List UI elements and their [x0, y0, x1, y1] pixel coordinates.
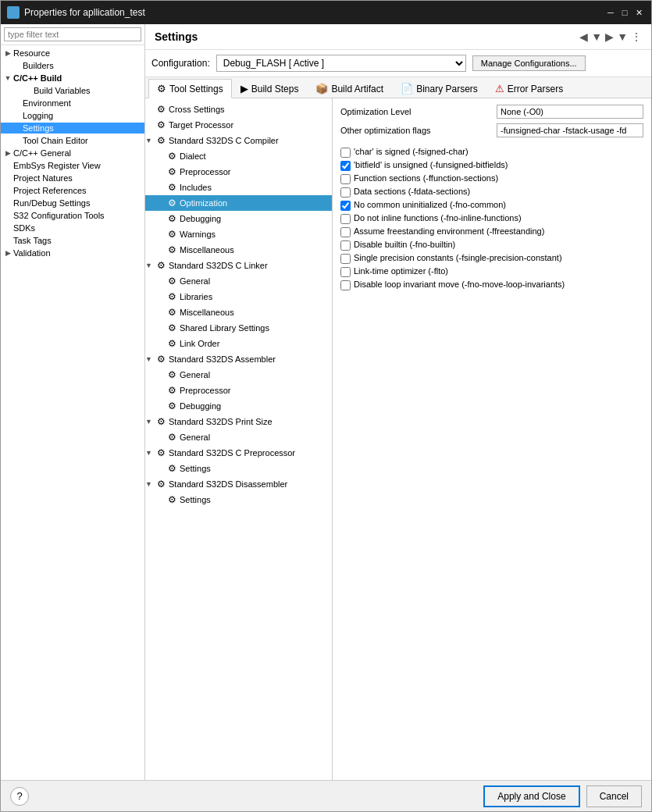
ctree-debugging[interactable]: ⚙ Debugging — [145, 211, 332, 226]
exp-ps: ▼ — [145, 418, 155, 426]
opt-level-input[interactable] — [497, 105, 643, 119]
ctree-std-c-compiler[interactable]: ▼ ⚙ Standard S32DS C Compiler — [145, 133, 332, 148]
nav-dropdown-button[interactable]: ▼ — [591, 30, 602, 43]
checkbox-char-signed-input[interactable] — [340, 148, 351, 158]
checkbox-bitfield-unsigned-input[interactable] — [340, 161, 351, 171]
sidebar-item-embsys[interactable]: EmbSys Register View — [1, 160, 144, 171]
ctree-shared-lib[interactable]: ⚙ Shared Library Settings — [145, 320, 332, 336]
checkbox-no-loop-invariant-label: Disable loop invariant move (-fno-move-l… — [354, 280, 565, 289]
tab-tool-settings[interactable]: ⚙ Tool Settings — [148, 79, 232, 98]
config-select[interactable]: Debug_FLASH [ Active ] — [216, 55, 466, 72]
sidebar-item-logging[interactable]: Logging — [1, 110, 144, 121]
tab-build-steps-label: Build Steps — [251, 84, 299, 94]
sidebar-item-builders[interactable]: Builders — [1, 60, 144, 71]
apply-and-close-button[interactable]: Apply and Close — [483, 785, 579, 807]
ctree-cross-settings[interactable]: ⚙ Cross Settings — [145, 102, 332, 117]
sidebar-item-resource[interactable]: ▶ Resource — [1, 48, 144, 59]
opt-level-row: Optimization Level — [340, 105, 643, 119]
checkbox-data-sections-input[interactable] — [340, 187, 351, 198]
sidebar-item-sdks[interactable]: SDKs — [1, 223, 144, 233]
sidebar-item-s32-config[interactable]: S32 Configuration Tools — [1, 210, 144, 221]
bottom-buttons: Apply and Close Cancel — [483, 785, 642, 807]
checkbox-flto-input[interactable] — [340, 267, 351, 277]
sidebar-item-toolchain-editor[interactable]: Tool Chain Editor — [1, 135, 144, 146]
ctree-preprocessor[interactable]: ⚙ Preprocessor — [145, 164, 332, 180]
sidebar-item-cpp-build[interactable]: ▼ C/C++ Build — [1, 73, 144, 84]
ctree-miscellaneous[interactable]: ⚙ Miscellaneous — [145, 242, 332, 258]
tree-item-s32-config: S32 Configuration Tools — [1, 209, 144, 222]
ctree-ps-general[interactable]: ⚙ General — [145, 429, 332, 445]
ctree-linker-misc[interactable]: ⚙ Miscellaneous — [145, 304, 332, 320]
ctree-includes[interactable]: ⚙ Includes — [145, 180, 332, 195]
other-flags-input[interactable] — [497, 123, 643, 137]
maximize-button[interactable]: □ — [618, 6, 631, 19]
more-options-button[interactable]: ⋮ — [631, 30, 642, 43]
tab-build-artifact[interactable]: 📦 Build Artifact — [307, 79, 392, 98]
exp-stdc: ▼ — [145, 137, 155, 144]
close-button[interactable]: ✕ — [632, 6, 645, 19]
binary-parsers-icon: 📄 — [401, 83, 413, 94]
checkbox-char-signed: 'char' is signed (-fsigned-char) — [340, 147, 643, 158]
checkbox-single-precision-input[interactable] — [340, 254, 351, 264]
config-row: Configuration: Debug_FLASH [ Active ] Ma… — [145, 50, 651, 77]
sidebar-item-run-debug[interactable]: Run/Debug Settings — [1, 198, 144, 208]
checkbox-freestanding: Assume freestanding environment (-ffrees… — [340, 226, 643, 237]
ctree-cpp-settings[interactable]: ⚙ Settings — [145, 461, 332, 476]
sidebar-item-settings[interactable]: Settings — [1, 123, 144, 134]
tab-build-steps[interactable]: ▶ Build Steps — [232, 79, 308, 98]
ctree-linker-general[interactable]: ⚙ General — [145, 273, 332, 289]
checkbox-no-builtin-input[interactable] — [340, 240, 351, 251]
ctree-asm-preprocessor[interactable]: ⚙ Preprocessor — [145, 383, 332, 398]
checkbox-no-loop-invariant-input[interactable] — [340, 280, 351, 290]
tree-item-resource: ▶ Resource — [1, 47, 144, 59]
tab-error-parsers[interactable]: ⚠ Error Parsers — [486, 79, 572, 98]
ctree-dialect[interactable]: ⚙ Dialect — [145, 148, 332, 164]
checkbox-freestanding-input[interactable] — [340, 227, 351, 237]
icon-target: ⚙ — [155, 119, 167, 131]
checkbox-function-sections-input[interactable] — [340, 174, 351, 184]
nav-forward-button[interactable]: ▶ — [605, 30, 614, 43]
icon-inc: ⚙ — [166, 181, 178, 194]
sidebar-item-project-natures[interactable]: Project Natures — [1, 173, 144, 183]
ctree-c-preprocessor[interactable]: ▼ ⚙ Standard S32DS C Preprocessor — [145, 445, 332, 461]
cancel-button[interactable]: Cancel — [586, 785, 642, 807]
sidebar-item-build-variables[interactable]: Build Variables — [12, 85, 144, 96]
nav-dropdown2-button[interactable]: ▼ — [617, 30, 628, 43]
expander-val: ▶ — [2, 249, 13, 257]
checkbox-single-precision-label: Single precision constants (-fsingle-pre… — [354, 253, 562, 262]
manage-configurations-button[interactable]: Manage Configurations... — [472, 55, 586, 71]
sidebar-item-validation[interactable]: ▶ Validation — [1, 248, 144, 258]
ctree-warnings[interactable]: ⚙ Warnings — [145, 226, 332, 242]
ctree-optimization[interactable]: ⚙ Optimization — [145, 195, 332, 211]
ctree-asm-debugging[interactable]: ⚙ Debugging — [145, 398, 332, 414]
icon-cross: ⚙ — [155, 103, 167, 116]
filter-input[interactable] — [4, 27, 141, 41]
main-panel: Settings ◀ ▼ ▶ ▼ ⋮ Configuration: Debug_… — [145, 24, 651, 780]
help-button[interactable]: ? — [10, 787, 29, 806]
minimize-button[interactable]: ─ — [604, 6, 617, 19]
tree-item-embsys: EmbSys Register View — [1, 159, 144, 172]
sidebar-item-task-tags[interactable]: Task Tags — [1, 235, 144, 246]
tab-binary-parsers[interactable]: 📄 Binary Parsers — [392, 79, 486, 98]
build-steps-icon: ▶ — [240, 83, 248, 94]
ctree-dis-settings[interactable]: ⚙ Settings — [145, 492, 332, 508]
tree-item-builders: Builders — [1, 59, 144, 72]
icon-aprep: ⚙ — [166, 384, 178, 397]
ctree-target-processor[interactable]: ⚙ Target Processor — [145, 117, 332, 133]
sidebar-item-project-references[interactable]: Project References — [1, 185, 144, 196]
ctree-asm-general[interactable]: ⚙ General — [145, 367, 332, 383]
ctree-disassembler[interactable]: ▼ ⚙ Standard S32DS Disassembler — [145, 476, 332, 492]
settings-header: Settings ◀ ▼ ▶ ▼ ⋮ — [145, 24, 651, 50]
checkbox-no-inline-input[interactable] — [340, 214, 351, 224]
sidebar-item-cpp-general[interactable]: ▶ C/C++ General — [1, 148, 144, 158]
ctree-print-size[interactable]: ▼ ⚙ Standard S32DS Print Size — [145, 414, 332, 429]
sidebar-item-environment[interactable]: Environment — [1, 98, 144, 109]
checkbox-flto: Link-time optimizer (-flto) — [340, 266, 643, 277]
icon-warn: ⚙ — [166, 228, 178, 240]
nav-back-button[interactable]: ◀ — [579, 30, 588, 43]
ctree-link-order[interactable]: ⚙ Link Order — [145, 336, 332, 351]
ctree-libraries[interactable]: ⚙ Libraries — [145, 289, 332, 304]
ctree-assembler[interactable]: ▼ ⚙ Standard S32DS Assembler — [145, 351, 332, 367]
ctree-c-linker[interactable]: ▼ ⚙ Standard S32DS C Linker — [145, 258, 332, 273]
checkbox-no-common-input[interactable] — [340, 201, 351, 211]
